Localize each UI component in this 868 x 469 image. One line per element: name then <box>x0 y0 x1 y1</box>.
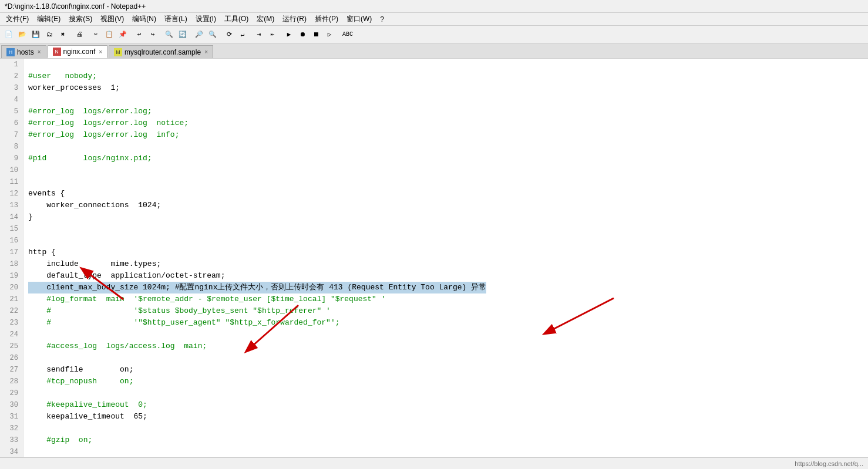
menu-item[interactable]: 语言(L) <box>161 13 191 25</box>
code-line-23: # '"$http_user_agent" "$http_x_forwarded… <box>28 317 486 329</box>
code-line-22: # '$status $body_bytes_sent "$http_refer… <box>28 305 486 317</box>
code-line-13: worker_connections 1024; <box>28 200 486 211</box>
line-number-12: 12 <box>2 188 18 200</box>
code-line-18: include mime.types; <box>28 258 486 270</box>
line-number-24: 24 <box>2 329 18 340</box>
code-line-10 <box>28 164 486 176</box>
menu-item[interactable]: 插件(P) <box>311 13 342 25</box>
status-text: https://blog.csdn.net/q... <box>795 460 863 467</box>
statusbar: https://blog.csdn.net/q... <box>0 457 868 469</box>
code-line-6: #error_log logs/error.log notice; <box>28 117 486 129</box>
code-line-17: http { <box>28 247 486 258</box>
line-number-31: 31 <box>2 411 18 423</box>
code-line-7: #error_log logs/error.log info; <box>28 129 486 141</box>
tab-hosts[interactable]: Hhosts× <box>1 45 46 58</box>
code-line-16 <box>28 235 486 247</box>
line-number-5: 5 <box>2 106 18 117</box>
code-line-5: #error_log logs/error.log; <box>28 106 486 117</box>
tb-save-all[interactable]: 🗂 <box>43 28 56 41</box>
menu-item[interactable]: 视图(V) <box>97 13 127 25</box>
tb-abc[interactable]: ABC <box>339 28 356 41</box>
editor: 1234567891011121314151617181920212223242… <box>0 59 868 457</box>
menu-item[interactable]: ? <box>376 14 388 25</box>
line-number-17: 17 <box>2 247 18 258</box>
menu-item[interactable]: 运行(R) <box>279 13 310 25</box>
titlebar: *D:\nginx-1.18.0\conf\nginx.conf - Notep… <box>0 0 868 13</box>
tb-sync[interactable]: ⟳ <box>223 28 235 41</box>
line-number-1: 1 <box>2 59 18 70</box>
menu-item[interactable]: 宏(M) <box>253 13 278 25</box>
code-line-9: #pid logs/nginx.pid; <box>28 153 486 164</box>
line-number-10: 10 <box>2 164 18 176</box>
tb-wrap[interactable]: ↵ <box>236 28 249 41</box>
tab-close-mysql[interactable]: × <box>204 49 208 55</box>
tb-open[interactable]: 📂 <box>16 28 29 41</box>
tb-close[interactable]: ✖ <box>56 28 69 41</box>
code-line-25: #access_log logs/access.log main; <box>28 340 486 352</box>
code-line-15 <box>28 223 486 235</box>
tab-close-hosts[interactable]: × <box>38 49 41 55</box>
tb-indent[interactable]: ⇥ <box>253 28 265 41</box>
line-number-11: 11 <box>2 176 18 188</box>
toolbar: 📄 📂 💾 🗂 ✖ 🖨 ✂ 📋 📌 ↩ ↪ 🔍 🔄 🔎 🔍 ⟳ ↵ ⇥ ⇤ ▶ … <box>0 26 868 43</box>
menu-item[interactable]: 搜索(S) <box>65 13 96 25</box>
code-line-11 <box>28 176 486 188</box>
line-numbers: 1234567891011121314151617181920212223242… <box>0 59 23 457</box>
code-line-2: #user nobody; <box>28 70 486 82</box>
tb-copy[interactable]: 📋 <box>103 28 116 41</box>
tb-macro[interactable]: ▶ <box>282 28 295 41</box>
tab-nginx[interactable]: Nnginx.conf× <box>48 45 108 58</box>
tabbar: Hhosts×Nnginx.conf×Mmysqlrouter.conf.sam… <box>0 43 868 59</box>
tb-new[interactable]: 📄 <box>2 28 15 41</box>
code-content: #user nobody;worker_processes 1; #error_… <box>23 59 491 457</box>
line-number-20: 20 <box>2 282 18 293</box>
tb-replace[interactable]: 🔄 <box>176 28 189 41</box>
line-number-28: 28 <box>2 376 18 387</box>
line-number-30: 30 <box>2 399 18 411</box>
tb-paste[interactable]: 📌 <box>116 28 129 41</box>
line-number-29: 29 <box>2 387 18 399</box>
line-number-27: 27 <box>2 364 18 376</box>
tab-mysql[interactable]: Mmysqlrouter.conf.sample× <box>109 45 213 58</box>
code-line-12: events { <box>28 188 486 200</box>
tab-label-mysql: mysqlrouter.conf.sample <box>125 48 201 56</box>
tb-stop[interactable]: ⏹ <box>309 28 322 41</box>
tab-close-nginx[interactable]: × <box>99 49 102 55</box>
menu-item[interactable]: 窗口(W) <box>343 13 375 25</box>
tb-save[interactable]: 💾 <box>29 28 42 41</box>
menu-item[interactable]: 编辑(E) <box>33 13 64 25</box>
line-number-2: 2 <box>2 70 18 82</box>
code-line-27: sendfile on; <box>28 364 486 376</box>
tb-find[interactable]: 🔍 <box>163 28 176 41</box>
code-area[interactable]: #user nobody;worker_processes 1; #error_… <box>23 59 868 457</box>
tab-icon-hosts: H <box>6 48 15 56</box>
menu-item[interactable]: 工具(O) <box>221 13 252 25</box>
code-line-19: default_type application/octet-stream; <box>28 270 486 282</box>
tb-undo[interactable]: ↩ <box>133 28 146 41</box>
code-line-31: keepalive_timeout 65; <box>28 411 486 423</box>
code-line-34 <box>28 446 486 457</box>
menu-item[interactable]: 设置(I) <box>192 13 220 25</box>
line-number-9: 9 <box>2 153 18 164</box>
tb-record[interactable]: ⏺ <box>296 28 309 41</box>
line-number-25: 25 <box>2 340 18 352</box>
tb-zoom-out[interactable]: 🔍 <box>206 28 219 41</box>
tb-outdent[interactable]: ⇤ <box>266 28 279 41</box>
tab-icon-mysql: M <box>114 48 122 56</box>
code-line-32 <box>28 423 486 434</box>
line-number-14: 14 <box>2 211 18 223</box>
tb-print[interactable]: 🖨 <box>73 28 86 41</box>
tb-redo[interactable]: ↪ <box>146 28 159 41</box>
menu-item[interactable]: 编码(N) <box>129 13 160 25</box>
tb-cut[interactable]: ✂ <box>89 28 102 41</box>
menubar: 文件(F)编辑(E)搜索(S)视图(V)编码(N)语言(L)设置(I)工具(O)… <box>0 13 868 26</box>
code-line-28: #tcp_nopush on; <box>28 376 486 387</box>
tb-zoom-in[interactable]: 🔎 <box>193 28 206 41</box>
menu-item[interactable]: 文件(F) <box>2 13 32 25</box>
line-number-32: 32 <box>2 423 18 434</box>
code-line-20: client_max_body_size 1024m; #配置nginx上传文件… <box>28 282 486 293</box>
tb-play[interactable]: ▷ <box>323 28 336 41</box>
title-text: *D:\nginx-1.18.0\conf\nginx.conf - Notep… <box>5 2 146 11</box>
code-line-1 <box>28 59 486 70</box>
code-line-24 <box>28 329 486 340</box>
